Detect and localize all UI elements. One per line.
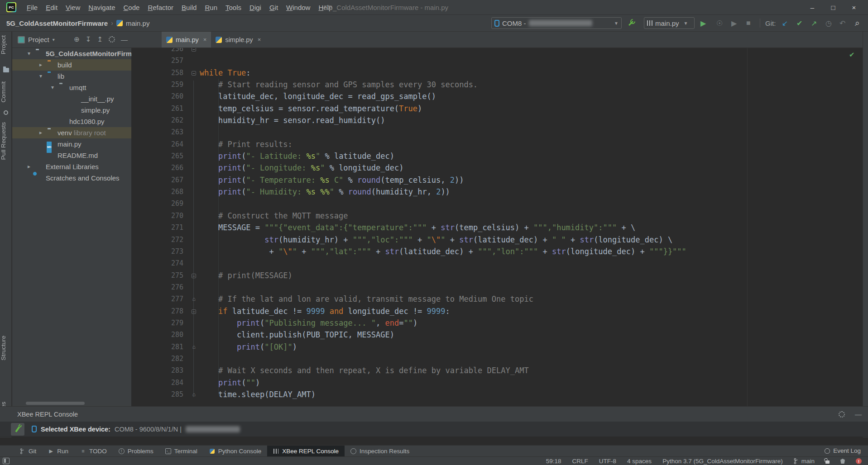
toolwindow-tab-xbee-repl-console[interactable]: XBee REPL Console [267,446,345,456]
stripe-tab-pull-requests[interactable]: Pull Requests [0,122,12,160]
menu-item-file[interactable]: File [23,0,42,15]
tree-row[interactable]: ▸External Libraries [12,161,131,172]
collapse-all-icon[interactable]: ↥ [97,35,103,43]
tree-row[interactable]: ▾lib [12,71,131,82]
maximize-button[interactable]: □ [823,0,844,15]
editor-tab-simple.py[interactable]: simple.py× [211,32,265,47]
tree-row[interactable]: ▸venv library root [12,127,131,138]
gear-icon[interactable] [109,36,115,43]
close-button[interactable]: × [844,0,864,15]
menu-item-git[interactable]: Git [265,0,282,15]
project-horizontal-scrollbar[interactable] [26,402,85,405]
locate-file-icon[interactable]: ⊕ [74,35,80,43]
tree-row[interactable]: README.md [12,150,131,161]
git-update-button[interactable]: ↙ [782,17,788,29]
fold-end-icon[interactable]: ⌂ [190,341,197,353]
project-view-title[interactable]: Project [28,36,49,43]
toolwindow-tab-terminal[interactable]: ›_Terminal [159,446,203,456]
tree-row[interactable]: ▾5G_ColdAssetMonitorFirmware [gps_uart [12,48,131,59]
chevron-down-icon[interactable]: ▾ [53,37,55,42]
event-log-button[interactable]: Event Log [825,445,861,456]
menu-item-view[interactable]: View [62,0,84,15]
stripe-tab-project[interactable]: Project [0,35,12,54]
tree-item-suffix: library root [72,129,106,137]
toolwindow-tab-python-console[interactable]: Python Console [203,446,267,456]
search-everywhere-icon[interactable]: ⌕ [855,17,860,29]
menu-item-tools[interactable]: Tools [221,0,245,15]
fold-marker-icon[interactable]: − [190,48,197,55]
tree-row[interactable]: Scratches and Consoles [12,172,131,184]
toolwindow-tab-inspection-results[interactable]: Inspection Results [345,446,415,456]
git-push-button[interactable]: ↗ [811,17,817,29]
toolwindow-tab-git[interactable]: Git [14,446,42,456]
chevron-right-icon[interactable]: ▸ [38,127,44,138]
caret-position[interactable]: 59:18 [546,458,561,465]
menu-item-edit[interactable]: Edit [42,0,62,15]
tree-row[interactable]: ▾umqtt [12,82,131,93]
indent-setting[interactable]: 4 spaces [627,458,652,465]
code-editor[interactable]: 256−"""257258−while True:259 # Start rea… [131,48,863,406]
close-icon[interactable]: × [258,36,261,43]
toolwindow-tab-problems[interactable]: !Problems [113,446,159,456]
tree-row[interactable]: __init__.py [12,93,131,104]
menu-item-navigate[interactable]: Navigate [84,0,119,15]
chevron-down-icon[interactable]: ▾ [26,48,32,59]
menu-item-window[interactable]: Window [282,0,314,15]
line-separator[interactable]: CRLF [572,458,588,465]
commit-icon[interactable] [3,109,9,116]
menu-item-run[interactable]: Run [201,0,221,15]
rollback-button[interactable]: ↶ [839,17,845,29]
tree-row[interactable]: ▸build [12,59,131,71]
fold-marker-icon[interactable]: − [190,270,197,281]
chevron-right-icon[interactable]: ▸ [26,161,32,172]
close-icon[interactable]: × [203,36,207,43]
history-clock-icon[interactable]: ◷ [825,17,832,29]
chevron-down-icon[interactable]: ▾ [38,71,44,82]
minimize-button[interactable]: – [802,0,823,15]
chevron-down-icon[interactable]: ▾ [49,82,56,93]
menu-item-code[interactable]: Code [120,0,144,15]
git-branch-widget[interactable]: main [794,458,815,465]
chevron-right-icon[interactable]: ▸ [38,59,44,71]
expand-all-icon[interactable]: ↧ [86,35,91,43]
code-line: 279 print("Publishing message... ", end=… [131,317,863,329]
fold-end-icon[interactable]: ⌂ [190,389,197,400]
debug-button[interactable]: ☉ [716,17,723,29]
python-interpreter[interactable]: Python 3.7 (5G_ColdAssetMonitorFirmware) [662,458,783,465]
toolwindow-tab-run[interactable]: ▶Run [42,446,74,456]
stripe-tab-commit[interactable]: Commit [0,81,12,103]
tree-row[interactable]: main.py [12,138,131,150]
file-encoding[interactable]: UTF-8 [599,458,616,465]
console-output-area[interactable] [0,437,868,445]
stop-button[interactable]: ■ [746,17,751,29]
xbee-device-combo[interactable]: COM8 - ▼ [491,17,622,29]
editor-tab-main.py[interactable]: main.py× [162,32,211,47]
coverage-button[interactable]: ▶ [731,17,737,29]
shield-icon[interactable] [840,459,845,464]
toolwindow-tab-todo[interactable]: ≡TODO [74,446,113,456]
fold-end-icon[interactable]: ⌂ [190,293,197,305]
menu-item-refactor[interactable]: Refactor [144,0,177,15]
fatal-error-badge[interactable]: ! [856,458,862,464]
run-button[interactable]: ▶ [700,17,706,29]
code-text: """ [200,48,214,55]
stripe-tab-structure[interactable]: Structure [0,336,12,361]
git-commit-button[interactable]: ✔ [796,17,802,29]
inspections-ok-icon[interactable]: ✔ [849,51,855,59]
fold-marker-icon[interactable]: − [190,67,197,79]
gear-icon[interactable] [839,411,845,418]
menu-item-digi[interactable]: Digi [245,0,265,15]
line-number: 282 [131,353,183,365]
xbee-configure-button[interactable] [627,17,635,29]
menu-item-build[interactable]: Build [177,0,201,15]
run-config-combo[interactable]: main.py ▼ [644,17,695,29]
folder-icon[interactable] [3,67,9,73]
tree-row[interactable]: hdc1080.py [12,116,131,127]
connect-button[interactable] [11,423,24,436]
tree-row[interactable]: simple.py [12,104,131,116]
tool-window-switcher-icon[interactable] [3,458,10,464]
unlock-icon[interactable] [825,460,830,464]
fold-marker-icon[interactable]: − [190,305,197,317]
hide-panel-icon[interactable]: — [121,36,128,43]
hide-panel-icon[interactable]: — [855,410,862,418]
